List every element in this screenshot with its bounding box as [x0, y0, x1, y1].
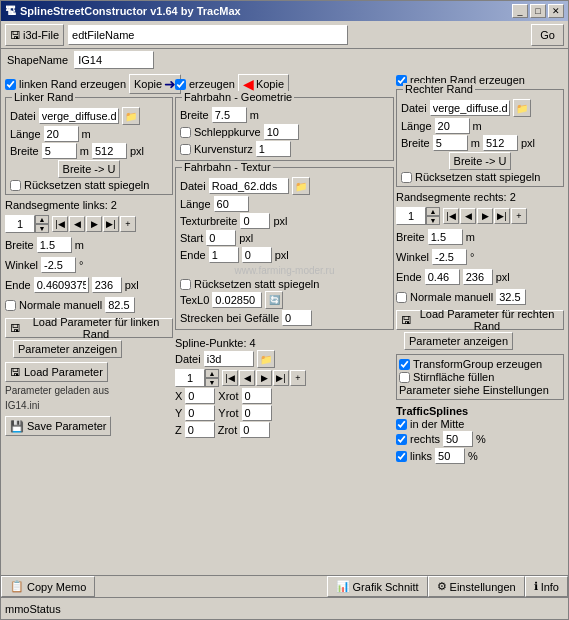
spinner2-down[interactable]: ▼ — [205, 378, 219, 387]
spinner2-up[interactable]: ▲ — [205, 369, 219, 378]
nav-center-add[interactable]: + — [290, 370, 306, 386]
breite2-right-input[interactable] — [428, 229, 463, 245]
ende-center-px-input[interactable] — [242, 247, 272, 263]
info-btn[interactable]: ℹ Info — [525, 576, 568, 597]
breite-center-input[interactable] — [212, 107, 247, 123]
ruecksetzen-right-checkbox[interactable] — [401, 172, 412, 183]
nav-left-prev[interactable]: ◀ — [69, 216, 85, 232]
ende-right-input[interactable] — [425, 269, 460, 285]
ende-right-px-input[interactable] — [463, 269, 493, 285]
datei-left-folder-btn[interactable]: 📁 — [122, 107, 140, 125]
xrot-input[interactable] — [242, 388, 272, 404]
save-param-btn[interactable]: 💾 Save Parameter — [5, 416, 111, 436]
z-input[interactable] — [185, 422, 215, 438]
nav-left-add[interactable]: + — [120, 216, 136, 232]
shapename-input[interactable] — [74, 51, 154, 69]
ende-center-input[interactable] — [209, 247, 239, 263]
nav-left-first[interactable]: |◀ — [52, 216, 68, 232]
tex-l0-refresh-btn[interactable]: 🔄 — [265, 291, 283, 309]
load-param-left-btn[interactable]: 🖫 Load Parameter für linken Rand — [5, 318, 173, 338]
ruecksetzen-left-checkbox[interactable] — [10, 180, 21, 191]
nav-right-last[interactable]: ▶| — [494, 208, 510, 224]
transform-checkbox[interactable] — [399, 359, 410, 370]
kurvensturz-checkbox[interactable] — [180, 144, 191, 155]
nav-right-first[interactable]: |◀ — [443, 208, 459, 224]
spinner-right-up[interactable]: ▲ — [426, 207, 440, 216]
tex-l0-input[interactable] — [212, 292, 262, 308]
linken-rand-checkbox[interactable] — [5, 79, 16, 90]
close-btn[interactable]: ✕ — [548, 4, 564, 18]
kopie-left-btn[interactable]: Kopie ➜ — [129, 74, 181, 94]
spinner-left-input[interactable] — [5, 215, 35, 233]
normale-right-input[interactable] — [496, 289, 526, 305]
datei2-folder-btn[interactable]: 📁 — [257, 350, 275, 368]
winkel-left-input[interactable] — [41, 257, 76, 273]
maximize-btn[interactable]: □ — [530, 4, 546, 18]
stirn-checkbox[interactable] — [399, 372, 410, 383]
breite-left-px-input[interactable] — [92, 143, 127, 159]
load-param2-left-btn[interactable]: 🖫 Load Parameter — [5, 362, 108, 382]
filename-input[interactable] — [68, 25, 348, 45]
ende-left-input[interactable] — [34, 277, 89, 293]
nav-right-next[interactable]: ▶ — [477, 208, 493, 224]
x-input[interactable] — [185, 388, 215, 404]
datei-center-input[interactable] — [209, 178, 289, 194]
spinner-left-up[interactable]: ▲ — [35, 215, 49, 224]
spinner-right-input[interactable] — [396, 207, 426, 225]
minimize-btn[interactable]: _ — [512, 4, 528, 18]
param-anzeigen-left-btn[interactable]: Parameter anzeigen — [13, 340, 122, 358]
spinner-right-down[interactable]: ▼ — [426, 216, 440, 225]
breite-right-px-input[interactable] — [483, 135, 518, 151]
datei-right-input[interactable] — [430, 100, 510, 116]
laenge-center-input[interactable] — [214, 196, 249, 212]
datei-center-folder-btn[interactable]: 📁 — [292, 177, 310, 195]
yrot-input[interactable] — [242, 405, 272, 421]
datei-left-input[interactable] — [39, 108, 119, 124]
laenge-right-input[interactable] — [435, 118, 470, 134]
strecken-input[interactable] — [282, 310, 312, 326]
ende-left-px-input[interactable] — [92, 277, 122, 293]
laenge-left-input[interactable] — [44, 126, 79, 142]
rechts-input[interactable] — [443, 431, 473, 447]
ruecksetzen2-checkbox[interactable] — [180, 279, 191, 290]
nav-center-prev[interactable]: ◀ — [239, 370, 255, 386]
load-param-right-btn[interactable]: 🖫 Load Parameter für rechten Rand — [396, 310, 564, 330]
param-anzeigen-right-btn[interactable]: Parameter anzeigen — [404, 332, 513, 350]
border-right-btn[interactable]: Breite -> U — [449, 152, 512, 170]
kurvensturz-input[interactable] — [256, 141, 291, 157]
border-left-btn[interactable]: Breite -> U — [58, 160, 121, 178]
schleppkurve-input[interactable] — [264, 124, 299, 140]
breite2-left-input[interactable] — [37, 237, 72, 253]
nav-center-last[interactable]: ▶| — [273, 370, 289, 386]
rechts-checkbox[interactable] — [396, 434, 407, 445]
nav-center-first[interactable]: |◀ — [222, 370, 238, 386]
file-btn[interactable]: 🖫 i3d-File — [5, 24, 64, 46]
grafik-btn[interactable]: 📊 Grafik Schnitt — [327, 576, 428, 597]
go-btn[interactable]: Go — [531, 24, 564, 46]
in-mitte-checkbox[interactable] — [396, 419, 407, 430]
nav-right-add[interactable]: + — [511, 208, 527, 224]
zrot-input[interactable] — [240, 422, 270, 438]
spinner-left-down[interactable]: ▼ — [35, 224, 49, 233]
nav-right-prev[interactable]: ◀ — [460, 208, 476, 224]
normale-left-input[interactable] — [105, 297, 135, 313]
nav-left-last[interactable]: ▶| — [103, 216, 119, 232]
links-checkbox[interactable] — [396, 451, 407, 462]
schleppkurve-checkbox[interactable] — [180, 127, 191, 138]
winkel-right-input[interactable] — [432, 249, 467, 265]
einstellungen-btn[interactable]: ⚙ Einstellungen — [428, 576, 525, 597]
datei-right-folder-btn[interactable]: 📁 — [513, 99, 531, 117]
start-input[interactable] — [206, 230, 236, 246]
spinner2-input[interactable] — [175, 369, 205, 387]
nav-center-next[interactable]: ▶ — [256, 370, 272, 386]
normale-right-checkbox[interactable] — [396, 292, 407, 303]
datei2-input[interactable] — [204, 351, 254, 367]
breite-left-input[interactable] — [42, 143, 77, 159]
texbreite-input[interactable] — [240, 213, 270, 229]
copy-memo-btn[interactable]: 📋 Copy Memo — [1, 576, 95, 597]
links-input[interactable] — [435, 448, 465, 464]
normale-left-checkbox[interactable] — [5, 300, 16, 311]
nav-left-next[interactable]: ▶ — [86, 216, 102, 232]
y-input[interactable] — [185, 405, 215, 421]
erzeugen-center-checkbox[interactable] — [175, 79, 186, 90]
